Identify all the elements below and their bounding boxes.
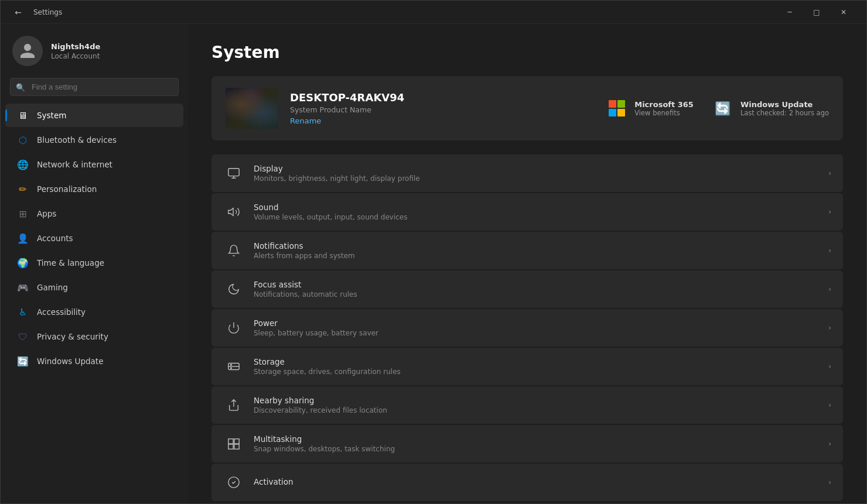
close-button[interactable]: ✕: [830, 1, 857, 24]
titlebar-title: Settings: [33, 8, 62, 16]
settings-item-notifications[interactable]: Notifications Alerts from apps and syste…: [211, 232, 843, 269]
activation-icon: [223, 472, 244, 493]
settings-item-sound[interactable]: Sound Volume levels, output, input, soun…: [211, 193, 843, 231]
main-content: System DESKTOP-4RAKV94 System Product Na…: [188, 24, 866, 503]
nav-item-wrapper-personalization: ✏ Personalization: [1, 177, 188, 201]
sound-arrow: ›: [828, 208, 831, 216]
windows-update-title: Windows Update: [740, 100, 829, 109]
maximize-button[interactable]: □: [803, 1, 830, 24]
activation-arrow: ›: [828, 478, 831, 486]
settings-item-nearby[interactable]: Nearby sharing Discoverability, received…: [211, 386, 843, 424]
multitasking-desc: Snap windows, desktops, task switching: [254, 445, 828, 453]
windows-update-subtitle: Last checked: 2 hours ago: [740, 109, 829, 117]
device-card: DESKTOP-4RAKV94 System Product Name Rena…: [211, 76, 843, 140]
sidebar-item-network[interactable]: 🌐 Network & internet: [5, 153, 183, 176]
content-area: Nightsh4de Local Account 🔍 🖥 System ⬡ Bl…: [1, 24, 866, 503]
sidebar-item-time[interactable]: 🌍 Time & language: [5, 251, 183, 275]
sidebar-item-label-network: Network & internet: [37, 160, 112, 169]
sidebar: Nightsh4de Local Account 🔍 🖥 System ⬡ Bl…: [1, 24, 188, 503]
svg-rect-0: [228, 169, 239, 176]
device-actions: Microsoft 365 View benefits 🔄 Windows Up…: [606, 98, 829, 119]
privacy-icon: 🛡: [17, 331, 29, 342]
nav-item-wrapper-privacy: 🛡 Privacy & security: [1, 324, 188, 349]
sidebar-item-accounts[interactable]: 👤 Accounts: [5, 227, 183, 250]
sound-text: Sound Volume levels, output, input, soun…: [254, 203, 828, 221]
windows-update-action[interactable]: 🔄 Windows Update Last checked: 2 hours a…: [712, 98, 829, 119]
sidebar-item-label-apps: Apps: [37, 209, 56, 218]
nav-item-wrapper-gaming: 🎮 Gaming: [1, 275, 188, 300]
svg-point-5: [231, 368, 232, 369]
settings-item-multitasking[interactable]: Multitasking Snap windows, desktops, tas…: [211, 425, 843, 462]
nav-item-wrapper-time: 🌍 Time & language: [1, 251, 188, 275]
avatar: [12, 36, 43, 66]
sidebar-item-label-gaming: Gaming: [37, 283, 68, 292]
power-icon: [223, 317, 244, 338]
user-section[interactable]: Nightsh4de Local Account: [1, 24, 188, 76]
microsoft365-text: Microsoft 365 View benefits: [634, 100, 694, 117]
power-title: Power: [254, 318, 828, 328]
device-image-visual: [226, 88, 278, 129]
nav-item-wrapper-update: 🔄 Windows Update: [1, 349, 188, 373]
sidebar-item-label-system: System: [37, 111, 66, 120]
sidebar-item-label-time: Time & language: [37, 258, 104, 268]
settings-item-focus[interactable]: Focus assist Notifications, automatic ru…: [211, 270, 843, 308]
nearby-icon: [223, 395, 244, 416]
windows-update-icon: 🔄: [712, 98, 733, 119]
settings-item-power[interactable]: Power Sleep, battery usage, battery save…: [211, 309, 843, 347]
titlebar-left: ← Settings: [10, 4, 62, 20]
sidebar-item-accessibility[interactable]: ♿ Accessibility: [5, 300, 183, 324]
settings-item-display[interactable]: Display Monitors, brightness, night ligh…: [211, 155, 843, 192]
settings-item-activation[interactable]: Activation ›: [211, 464, 843, 501]
rename-link[interactable]: Rename: [290, 116, 606, 125]
focus-icon: [223, 279, 244, 300]
notifications-text: Notifications Alerts from apps and syste…: [254, 241, 828, 260]
sidebar-item-privacy[interactable]: 🛡 Privacy & security: [5, 325, 183, 348]
user-avatar-icon: [19, 42, 36, 60]
nav-item-wrapper-accounts: 👤 Accounts: [1, 226, 188, 251]
search-icon: 🔍: [16, 83, 25, 91]
sidebar-item-update[interactable]: 🔄 Windows Update: [5, 349, 183, 373]
user-type: Local Account: [51, 52, 100, 60]
svg-rect-8: [234, 439, 239, 444]
search-input[interactable]: [10, 78, 179, 96]
svg-rect-10: [234, 444, 239, 449]
sidebar-item-personalization[interactable]: ✏ Personalization: [5, 177, 183, 201]
settings-list: Display Monitors, brightness, night ligh…: [211, 155, 843, 501]
sidebar-item-label-personalization: Personalization: [37, 184, 97, 194]
microsoft365-action[interactable]: Microsoft 365 View benefits: [606, 98, 694, 119]
bluetooth-icon: ⬡: [17, 134, 29, 146]
display-arrow: ›: [828, 169, 831, 177]
back-button[interactable]: ←: [10, 4, 26, 20]
microsoft365-subtitle: View benefits: [634, 109, 694, 117]
user-info: Nightsh4de Local Account: [51, 42, 100, 60]
user-name: Nightsh4de: [51, 42, 100, 51]
storage-icon: [223, 356, 244, 377]
sidebar-item-label-update: Windows Update: [37, 356, 103, 366]
system-icon: 🖥: [17, 109, 29, 121]
settings-item-storage[interactable]: Storage Storage space, drives, configura…: [211, 348, 843, 385]
sound-desc: Volume levels, output, input, sound devi…: [254, 213, 828, 221]
display-desc: Monitors, brightness, night light, displ…: [254, 174, 828, 183]
display-text: Display Monitors, brightness, night ligh…: [254, 164, 828, 183]
display-title: Display: [254, 164, 828, 173]
svg-point-4: [231, 364, 232, 365]
sidebar-item-system[interactable]: 🖥 System: [5, 104, 183, 127]
sound-icon: [223, 201, 244, 222]
sidebar-item-gaming[interactable]: 🎮 Gaming: [5, 276, 183, 299]
sidebar-item-apps[interactable]: ⊞ Apps: [5, 202, 183, 225]
page-title: System: [211, 43, 843, 62]
multitasking-text: Multitasking Snap windows, desktops, tas…: [254, 434, 828, 453]
focus-title: Focus assist: [254, 280, 828, 289]
notifications-arrow: ›: [828, 246, 831, 255]
sidebar-item-bluetooth[interactable]: ⬡ Bluetooth & devices: [5, 128, 183, 152]
display-icon: [223, 163, 244, 184]
storage-title: Storage: [254, 357, 828, 366]
sound-title: Sound: [254, 203, 828, 212]
device-description: System Product Name: [290, 105, 606, 114]
minimize-button[interactable]: ─: [776, 1, 803, 24]
nav-item-wrapper-accessibility: ♿ Accessibility: [1, 300, 188, 324]
device-image: [226, 88, 278, 129]
nearby-title: Nearby sharing: [254, 396, 828, 405]
device-name: DESKTOP-4RAKV94: [290, 91, 606, 104]
search-box[interactable]: 🔍: [10, 78, 179, 96]
